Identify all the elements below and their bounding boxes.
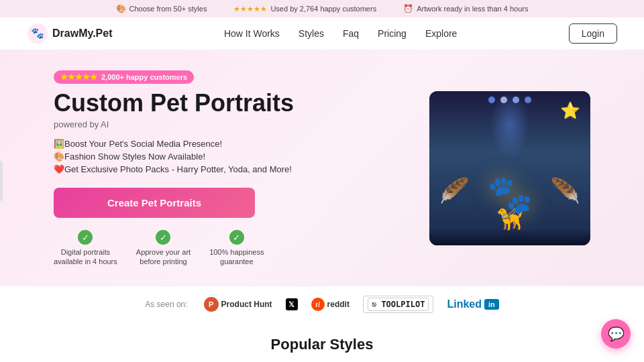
banner-item-time: ⏰ Artwork ready in less than 4 hours <box>403 4 528 13</box>
reddit-logo[interactable]: r/ reddit <box>311 298 350 311</box>
ph-label: Product Hunt <box>221 300 272 309</box>
linkedin-logo[interactable]: Linkedin <box>447 298 498 310</box>
popular-styles-section: Popular Styles 👑 ⚔️ 🎩 💕 <box>0 322 644 362</box>
linkedin-icon: in <box>484 299 499 310</box>
nav-how-it-works[interactable]: How It Works <box>224 28 280 39</box>
as-seen-label: As seen on: <box>145 300 187 309</box>
tp-icon: ⎋ TOOLPILOT <box>368 298 429 311</box>
check-1-sub: available in 4 hours <box>54 257 117 265</box>
check-icon-1: ✓ <box>78 230 93 245</box>
nav-faq[interactable]: Faq <box>343 28 359 39</box>
check-icon-2: ✓ <box>156 230 170 245</box>
svg-text:🐾: 🐾 <box>31 27 44 40</box>
x-logo[interactable]: 𝕏 <box>286 298 298 310</box>
feature-2: 🎨Fashion Show Styles Now Available! <box>54 152 402 162</box>
check-happiness: ✓ 100% happiness guarantee <box>209 230 264 265</box>
pet-showcase: 🐾 🦮 🪶 🪶 ⭐ <box>429 91 590 245</box>
check-3-title: 100% happiness <box>209 248 264 256</box>
hero-content: ★★★★★ 2,000+ happy customers Custom Pet … <box>54 70 429 265</box>
check-2-sub: before printing <box>140 257 186 265</box>
nav-styles[interactable]: Styles <box>299 28 324 39</box>
product-hunt-logo[interactable]: P Product Hunt <box>204 297 272 312</box>
wings-emoji: 🐾 <box>487 174 533 215</box>
nav-pricing[interactable]: Pricing <box>378 28 407 39</box>
hero-checks: ✓ Digital portraits available in 4 hours… <box>54 230 402 265</box>
hero-badge-text: 2,000+ happy customers <box>101 73 187 81</box>
logo-icon: 🐾 <box>27 23 48 44</box>
hero-title: Custom Pet Portraits <box>54 89 402 117</box>
nav-links: How It Works Styles Faq Pricing Explore <box>224 28 458 39</box>
popular-styles-title: Popular Styles <box>54 336 590 353</box>
cta-button[interactable]: Create Pet Portraits <box>54 188 255 218</box>
hero-section: ★★★★★ 2,000+ happy customers Custom Pet … <box>0 50 644 286</box>
feature-3: ❤️Get Exclusive Photo Packs - Harry Pott… <box>54 164 402 174</box>
check-2-title: Approve your art <box>136 248 191 256</box>
check-1-title: Digital portraits <box>61 248 110 256</box>
nav-explore[interactable]: Explore <box>425 28 457 39</box>
reddit-icon: r/ <box>311 298 325 311</box>
banner-item-styles: 🎨 Choose from 50+ styles <box>116 4 207 13</box>
star-badge: ⭐ <box>560 101 580 119</box>
banner-customers-text: Used by 2,764 happy customers <box>270 5 376 13</box>
feature-1: 🖼️Boost Your Pet's Social Media Presence… <box>54 139 402 149</box>
banner-stars: ★★★★★ <box>233 5 267 13</box>
ph-icon: P <box>204 297 219 312</box>
banner-item-customers: ★★★★★ Used by 2,764 happy customers <box>233 5 376 13</box>
as-seen-on-section: As seen on: P Product Hunt 𝕏 r/ reddit ⎋… <box>0 286 644 322</box>
hero-image: 🐾 🦮 🪶 🪶 ⭐ <box>429 91 590 245</box>
chat-button[interactable]: 💬 <box>601 319 631 349</box>
login-button[interactable]: Login <box>569 23 617 44</box>
x-icon: 𝕏 <box>286 298 298 310</box>
chat-icon: 💬 <box>608 326 625 342</box>
hero-badge: ★★★★★ 2,000+ happy customers <box>54 70 194 84</box>
hero-features: 🖼️Boost Your Pet's Social Media Presence… <box>54 139 402 174</box>
navbar: 🐾 DrawMy.Pet How It Works Styles Faq Pri… <box>0 17 644 50</box>
wing-left: 🪶 <box>439 177 470 204</box>
check-icon-3: ✓ <box>229 230 244 245</box>
linkedin-text: Linked <box>447 298 482 310</box>
top-banner: 🎨 Choose from 50+ styles ★★★★★ Used by 2… <box>0 0 644 17</box>
brand-logos: P Product Hunt 𝕏 r/ reddit ⎋ TOOLPILOT L… <box>204 296 499 313</box>
hero-badge-stars: ★★★★★ <box>60 72 97 82</box>
reddit-label: reddit <box>327 300 350 309</box>
toolpilot-logo[interactable]: ⎋ TOOLPILOT <box>363 296 433 313</box>
nav-logo[interactable]: 🐾 DrawMy.Pet <box>27 23 113 44</box>
palette-icon: 🎨 <box>116 4 126 13</box>
check-portraits: ✓ Digital portraits available in 4 hours <box>54 230 117 265</box>
hero-subtitle: powered by AI <box>54 119 402 129</box>
check-3-sub: guarantee <box>220 257 254 265</box>
side-scroll-indicator <box>0 161 3 201</box>
wing-right: 🪶 <box>550 177 580 204</box>
clock-icon: ⏰ <box>403 4 413 13</box>
banner-time-text: Artwork ready in less than 4 hours <box>417 5 528 13</box>
check-approve: ✓ Approve your art before printing <box>136 230 191 265</box>
logo-text: DrawMy.Pet <box>52 27 113 40</box>
